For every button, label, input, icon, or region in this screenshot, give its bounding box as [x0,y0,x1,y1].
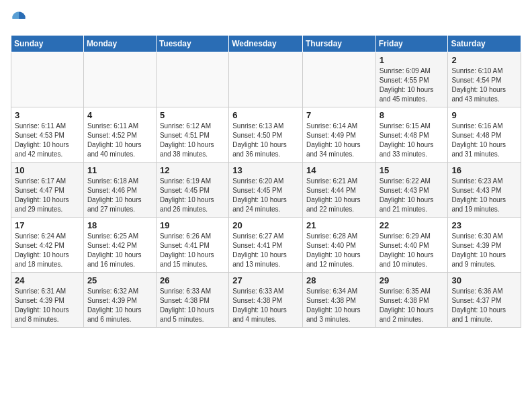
day-info: Sunrise: 6:16 AM Sunset: 4:48 PM Dayligh… [451,122,517,159]
day-number: 5 [160,110,225,120]
calendar-cell: 8Sunrise: 6:15 AM Sunset: 4:48 PM Daylig… [375,107,448,163]
day-info: Sunrise: 6:33 AM Sunset: 4:38 PM Dayligh… [232,287,299,324]
calendar-cell: 3Sunrise: 6:11 AM Sunset: 4:53 PM Daylig… [11,107,84,163]
day-number: 22 [380,220,445,230]
day-info: Sunrise: 6:36 AM Sunset: 4:37 PM Dayligh… [451,287,517,324]
calendar-cell: 16Sunrise: 6:23 AM Sunset: 4:43 PM Dayli… [448,163,521,218]
day-number: 14 [306,165,372,175]
day-number: 1 [380,55,445,65]
day-info: Sunrise: 6:17 AM Sunset: 4:47 PM Dayligh… [15,177,80,214]
weekday-header: Saturday [448,36,521,52]
day-info: Sunrise: 6:30 AM Sunset: 4:39 PM Dayligh… [451,232,517,269]
day-number: 7 [306,110,372,120]
day-info: Sunrise: 6:25 AM Sunset: 4:42 PM Dayligh… [87,232,152,269]
day-number: 20 [232,220,299,230]
calendar-cell: 1Sunrise: 6:09 AM Sunset: 4:55 PM Daylig… [375,52,448,107]
calendar-table: SundayMondayTuesdayWednesdayThursdayFrid… [11,35,521,328]
day-number: 17 [15,220,80,230]
day-info: Sunrise: 6:29 AM Sunset: 4:40 PM Dayligh… [380,232,445,269]
day-info: Sunrise: 6:21 AM Sunset: 4:44 PM Dayligh… [306,177,372,214]
day-number: 9 [451,110,517,120]
weekday-header: Sunday [11,36,84,52]
calendar-cell [229,52,303,107]
page-header [11,11,521,27]
day-info: Sunrise: 6:22 AM Sunset: 4:43 PM Dayligh… [380,177,445,214]
calendar-cell [302,52,375,107]
day-info: Sunrise: 6:34 AM Sunset: 4:38 PM Dayligh… [306,287,372,324]
day-number: 23 [451,220,517,230]
day-info: Sunrise: 6:09 AM Sunset: 4:55 PM Dayligh… [380,66,445,104]
day-number: 28 [306,275,372,285]
day-info: Sunrise: 6:35 AM Sunset: 4:38 PM Dayligh… [380,287,445,324]
calendar-cell: 14Sunrise: 6:21 AM Sunset: 4:44 PM Dayli… [302,163,375,218]
day-info: Sunrise: 6:32 AM Sunset: 4:39 PM Dayligh… [87,287,152,324]
day-number: 24 [15,275,80,285]
day-number: 30 [451,275,517,285]
day-number: 4 [87,110,152,120]
day-number: 21 [306,220,372,230]
calendar-cell: 12Sunrise: 6:19 AM Sunset: 4:45 PM Dayli… [156,163,228,218]
day-info: Sunrise: 6:18 AM Sunset: 4:46 PM Dayligh… [87,177,152,214]
calendar-cell [156,52,228,107]
weekday-header: Monday [83,36,156,52]
weekday-header: Tuesday [156,36,228,52]
day-info: Sunrise: 6:13 AM Sunset: 4:50 PM Dayligh… [232,122,299,159]
calendar-cell: 7Sunrise: 6:14 AM Sunset: 4:49 PM Daylig… [302,107,375,163]
day-info: Sunrise: 6:15 AM Sunset: 4:48 PM Dayligh… [380,122,445,159]
day-number: 13 [232,165,299,175]
day-info: Sunrise: 6:20 AM Sunset: 4:45 PM Dayligh… [232,177,299,214]
day-number: 2 [451,55,517,65]
calendar-cell: 21Sunrise: 6:28 AM Sunset: 4:40 PM Dayli… [302,218,375,273]
calendar-cell: 5Sunrise: 6:12 AM Sunset: 4:51 PM Daylig… [156,107,228,163]
day-number: 25 [87,275,152,285]
day-info: Sunrise: 6:31 AM Sunset: 4:39 PM Dayligh… [15,287,80,324]
day-info: Sunrise: 6:11 AM Sunset: 4:52 PM Dayligh… [87,122,152,159]
calendar-cell: 20Sunrise: 6:27 AM Sunset: 4:41 PM Dayli… [229,218,303,273]
day-info: Sunrise: 6:27 AM Sunset: 4:41 PM Dayligh… [232,232,299,269]
calendar-cell: 19Sunrise: 6:26 AM Sunset: 4:41 PM Dayli… [156,218,228,273]
day-number: 29 [380,275,445,285]
weekday-header: Friday [375,36,448,52]
day-number: 8 [380,110,445,120]
day-number: 11 [87,165,152,175]
calendar-cell: 25Sunrise: 6:32 AM Sunset: 4:39 PM Dayli… [83,273,156,328]
calendar-cell: 6Sunrise: 6:13 AM Sunset: 4:50 PM Daylig… [229,107,303,163]
day-info: Sunrise: 6:28 AM Sunset: 4:40 PM Dayligh… [306,232,372,269]
day-number: 26 [160,275,225,285]
calendar-cell: 15Sunrise: 6:22 AM Sunset: 4:43 PM Dayli… [375,163,448,218]
day-number: 27 [232,275,299,285]
day-number: 19 [160,220,225,230]
calendar-cell: 22Sunrise: 6:29 AM Sunset: 4:40 PM Dayli… [375,218,448,273]
calendar-cell: 9Sunrise: 6:16 AM Sunset: 4:48 PM Daylig… [448,107,521,163]
calendar-cell: 2Sunrise: 6:10 AM Sunset: 4:54 PM Daylig… [448,52,521,107]
calendar-cell: 27Sunrise: 6:33 AM Sunset: 4:38 PM Dayli… [229,273,303,328]
day-info: Sunrise: 6:19 AM Sunset: 4:45 PM Dayligh… [160,177,225,214]
day-info: Sunrise: 6:10 AM Sunset: 4:54 PM Dayligh… [451,66,517,104]
day-info: Sunrise: 6:24 AM Sunset: 4:42 PM Dayligh… [15,232,80,269]
calendar-cell: 28Sunrise: 6:34 AM Sunset: 4:38 PM Dayli… [302,273,375,328]
day-info: Sunrise: 6:14 AM Sunset: 4:49 PM Dayligh… [306,122,372,159]
calendar-cell [11,52,84,107]
calendar-cell: 10Sunrise: 6:17 AM Sunset: 4:47 PM Dayli… [11,163,84,218]
calendar-cell: 17Sunrise: 6:24 AM Sunset: 4:42 PM Dayli… [11,218,84,273]
calendar-cell: 29Sunrise: 6:35 AM Sunset: 4:38 PM Dayli… [375,273,448,328]
calendar-cell: 24Sunrise: 6:31 AM Sunset: 4:39 PM Dayli… [11,273,84,328]
day-number: 12 [160,165,225,175]
day-info: Sunrise: 6:26 AM Sunset: 4:41 PM Dayligh… [160,232,225,269]
weekday-header: Wednesday [229,36,303,52]
day-info: Sunrise: 6:12 AM Sunset: 4:51 PM Dayligh… [160,122,225,159]
day-number: 18 [87,220,152,230]
day-info: Sunrise: 6:11 AM Sunset: 4:53 PM Dayligh… [15,122,80,159]
day-info: Sunrise: 6:33 AM Sunset: 4:38 PM Dayligh… [160,287,225,324]
calendar-cell: 13Sunrise: 6:20 AM Sunset: 4:45 PM Dayli… [229,163,303,218]
day-number: 10 [15,165,80,175]
day-number: 6 [232,110,299,120]
calendar-cell: 26Sunrise: 6:33 AM Sunset: 4:38 PM Dayli… [156,273,228,328]
weekday-header: Thursday [302,36,375,52]
logo [11,11,30,27]
day-number: 15 [380,165,445,175]
calendar-cell: 23Sunrise: 6:30 AM Sunset: 4:39 PM Dayli… [448,218,521,273]
calendar-cell: 4Sunrise: 6:11 AM Sunset: 4:52 PM Daylig… [83,107,156,163]
day-number: 3 [15,110,80,120]
day-info: Sunrise: 6:23 AM Sunset: 4:43 PM Dayligh… [451,177,517,214]
